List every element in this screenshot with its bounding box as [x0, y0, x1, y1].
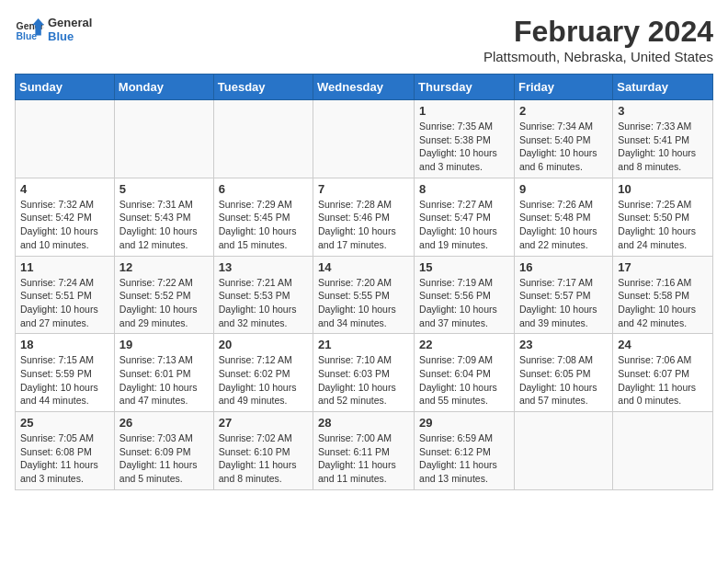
- day-number: 23: [519, 338, 608, 351]
- header-sunday: Sunday: [16, 75, 115, 100]
- day-info: Sunrise: 7:09 AM Sunset: 6:04 PM Dayligh…: [419, 353, 509, 408]
- day-info: Sunrise: 7:19 AM Sunset: 5:56 PM Dayligh…: [419, 276, 509, 330]
- day-number: 27: [219, 416, 308, 430]
- day-info: Sunrise: 7:29 AM Sunset: 5:45 PM Dayligh…: [219, 198, 308, 252]
- day-info: Sunrise: 7:05 AM Sunset: 6:08 PM Dayligh…: [20, 431, 109, 486]
- title-block: February 2024 Plattsmouth, Nebraska, Uni…: [483, 15, 713, 64]
- day-number: 17: [618, 260, 708, 274]
- calendar-cell: [313, 100, 415, 178]
- logo-line1: General: [48, 16, 92, 29]
- day-number: 15: [419, 260, 509, 274]
- calendar-cell: 4Sunrise: 7:32 AM Sunset: 5:42 PM Daylig…: [16, 178, 115, 256]
- day-number: 7: [318, 182, 409, 196]
- calendar-week-row: 11Sunrise: 7:24 AM Sunset: 5:51 PM Dayli…: [16, 256, 713, 334]
- calendar-cell: [213, 100, 313, 178]
- calendar-cell: 19Sunrise: 7:13 AM Sunset: 6:01 PM Dayli…: [114, 334, 213, 412]
- calendar-cell: 9Sunrise: 7:26 AM Sunset: 5:48 PM Daylig…: [514, 178, 612, 256]
- day-number: 5: [119, 182, 209, 196]
- day-info: Sunrise: 7:06 AM Sunset: 6:07 PM Dayligh…: [618, 353, 708, 408]
- calendar-cell: 17Sunrise: 7:16 AM Sunset: 5:58 PM Dayli…: [613, 256, 713, 334]
- day-number: 28: [318, 416, 409, 430]
- calendar-cell: 24Sunrise: 7:06 AM Sunset: 6:07 PM Dayli…: [613, 334, 713, 412]
- header-saturday: Saturday: [613, 75, 713, 100]
- day-info: Sunrise: 7:12 AM Sunset: 6:02 PM Dayligh…: [219, 353, 308, 408]
- calendar-cell: 21Sunrise: 7:10 AM Sunset: 6:03 PM Dayli…: [313, 334, 415, 412]
- logo: General Blue General Blue: [15, 15, 92, 44]
- day-number: 22: [419, 338, 509, 351]
- calendar-cell: 7Sunrise: 7:28 AM Sunset: 5:46 PM Daylig…: [313, 178, 415, 256]
- calendar-cell: 13Sunrise: 7:21 AM Sunset: 5:53 PM Dayli…: [213, 256, 313, 334]
- calendar-cell: 11Sunrise: 7:24 AM Sunset: 5:51 PM Dayli…: [16, 256, 115, 334]
- day-number: 10: [618, 182, 708, 196]
- day-info: Sunrise: 7:00 AM Sunset: 6:11 PM Dayligh…: [318, 431, 409, 486]
- calendar-cell: 8Sunrise: 7:27 AM Sunset: 5:47 PM Daylig…: [415, 178, 515, 256]
- calendar-cell: 18Sunrise: 7:15 AM Sunset: 5:59 PM Dayli…: [16, 334, 115, 412]
- calendar-cell: 25Sunrise: 7:05 AM Sunset: 6:08 PM Dayli…: [16, 412, 115, 490]
- page-header: General Blue General Blue February 2024 …: [15, 15, 713, 64]
- calendar-cell: [514, 412, 612, 490]
- calendar-table: SundayMondayTuesdayWednesdayThursdayFrid…: [15, 74, 713, 490]
- day-number: 26: [119, 416, 209, 430]
- month-year-title: February 2024: [483, 15, 713, 49]
- day-info: Sunrise: 7:16 AM Sunset: 5:58 PM Dayligh…: [618, 276, 708, 330]
- calendar-cell: 12Sunrise: 7:22 AM Sunset: 5:52 PM Dayli…: [114, 256, 213, 334]
- day-info: Sunrise: 7:24 AM Sunset: 5:51 PM Dayligh…: [20, 276, 109, 330]
- day-info: Sunrise: 7:26 AM Sunset: 5:48 PM Dayligh…: [519, 198, 608, 252]
- day-number: 9: [519, 182, 608, 196]
- day-number: 18: [20, 338, 109, 351]
- day-info: Sunrise: 7:34 AM Sunset: 5:40 PM Dayligh…: [519, 120, 608, 174]
- day-number: 1: [419, 104, 509, 118]
- day-info: Sunrise: 7:10 AM Sunset: 6:03 PM Dayligh…: [318, 353, 409, 408]
- calendar-week-row: 4Sunrise: 7:32 AM Sunset: 5:42 PM Daylig…: [16, 178, 713, 256]
- calendar-cell: 15Sunrise: 7:19 AM Sunset: 5:56 PM Dayli…: [415, 256, 515, 334]
- day-number: 19: [119, 338, 209, 351]
- day-number: 25: [20, 416, 109, 430]
- day-number: 24: [618, 338, 708, 351]
- day-info: Sunrise: 7:28 AM Sunset: 5:46 PM Dayligh…: [318, 198, 409, 252]
- logo-line2: Blue: [48, 29, 92, 43]
- day-number: 6: [219, 182, 308, 196]
- day-info: Sunrise: 7:31 AM Sunset: 5:43 PM Dayligh…: [119, 198, 209, 252]
- calendar-cell: 14Sunrise: 7:20 AM Sunset: 5:55 PM Dayli…: [313, 256, 415, 334]
- calendar-cell: 10Sunrise: 7:25 AM Sunset: 5:50 PM Dayli…: [613, 178, 713, 256]
- calendar-cell: 3Sunrise: 7:33 AM Sunset: 5:41 PM Daylig…: [613, 100, 713, 178]
- calendar-cell: 22Sunrise: 7:09 AM Sunset: 6:04 PM Dayli…: [415, 334, 515, 412]
- calendar-cell: 28Sunrise: 7:00 AM Sunset: 6:11 PM Dayli…: [313, 412, 415, 490]
- day-number: 3: [618, 104, 708, 118]
- day-info: Sunrise: 7:13 AM Sunset: 6:01 PM Dayligh…: [119, 353, 209, 408]
- calendar-cell: [114, 100, 213, 178]
- calendar-cell: 27Sunrise: 7:02 AM Sunset: 6:10 PM Dayli…: [213, 412, 313, 490]
- calendar-cell: 23Sunrise: 7:08 AM Sunset: 6:05 PM Dayli…: [514, 334, 612, 412]
- day-number: 13: [219, 260, 308, 274]
- day-number: 16: [519, 260, 608, 274]
- day-number: 21: [318, 338, 409, 351]
- day-number: 8: [419, 182, 509, 196]
- header-tuesday: Tuesday: [213, 75, 313, 100]
- calendar-cell: 16Sunrise: 7:17 AM Sunset: 5:57 PM Dayli…: [514, 256, 612, 334]
- day-info: Sunrise: 6:59 AM Sunset: 6:12 PM Dayligh…: [419, 431, 509, 486]
- calendar-cell: [16, 100, 115, 178]
- calendar-cell: 5Sunrise: 7:31 AM Sunset: 5:43 PM Daylig…: [114, 178, 213, 256]
- header-thursday: Thursday: [415, 75, 515, 100]
- day-info: Sunrise: 7:33 AM Sunset: 5:41 PM Dayligh…: [618, 120, 708, 174]
- day-info: Sunrise: 7:02 AM Sunset: 6:10 PM Dayligh…: [219, 431, 308, 486]
- calendar-week-row: 25Sunrise: 7:05 AM Sunset: 6:08 PM Dayli…: [16, 412, 713, 490]
- calendar-cell: 6Sunrise: 7:29 AM Sunset: 5:45 PM Daylig…: [213, 178, 313, 256]
- logo-icon: General Blue: [15, 15, 44, 44]
- day-info: Sunrise: 7:15 AM Sunset: 5:59 PM Dayligh…: [20, 353, 109, 408]
- calendar-cell: 29Sunrise: 6:59 AM Sunset: 6:12 PM Dayli…: [415, 412, 515, 490]
- day-number: 20: [219, 338, 308, 351]
- day-number: 4: [20, 182, 109, 196]
- day-info: Sunrise: 7:21 AM Sunset: 5:53 PM Dayligh…: [219, 276, 308, 330]
- calendar-week-row: 18Sunrise: 7:15 AM Sunset: 5:59 PM Dayli…: [16, 334, 713, 412]
- calendar-header-row: SundayMondayTuesdayWednesdayThursdayFrid…: [16, 75, 713, 100]
- day-number: 11: [20, 260, 109, 274]
- day-info: Sunrise: 7:35 AM Sunset: 5:38 PM Dayligh…: [419, 120, 509, 174]
- day-info: Sunrise: 7:08 AM Sunset: 6:05 PM Dayligh…: [519, 353, 608, 408]
- header-monday: Monday: [114, 75, 213, 100]
- calendar-cell: [613, 412, 713, 490]
- calendar-cell: 26Sunrise: 7:03 AM Sunset: 6:09 PM Dayli…: [114, 412, 213, 490]
- day-info: Sunrise: 7:22 AM Sunset: 5:52 PM Dayligh…: [119, 276, 209, 330]
- svg-text:Blue: Blue: [17, 31, 38, 41]
- day-info: Sunrise: 7:17 AM Sunset: 5:57 PM Dayligh…: [519, 276, 608, 330]
